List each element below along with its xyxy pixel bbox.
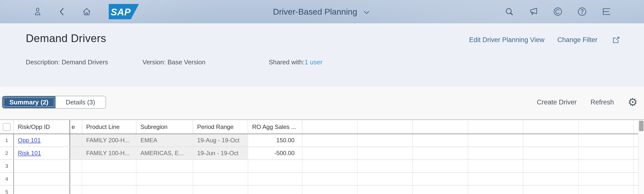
product-line-cell (82, 186, 136, 194)
header-meta-row: Description: Demand Drivers Version: Bas… (0, 58, 644, 68)
column-header-subregion[interactable]: Subregion (136, 120, 193, 134)
toolbar-actions: Create Driver Refresh ⚙ (537, 96, 638, 109)
truncated-cell (70, 173, 82, 185)
truncated-cell (70, 186, 82, 194)
opp-101-link[interactable]: Opp 101 (18, 137, 40, 144)
header-actions: Edit Driver Planning View Change Filter (469, 34, 622, 45)
announcement-icon[interactable] (528, 6, 539, 17)
settings-gear-icon[interactable]: ⚙ (628, 97, 638, 108)
row-number: 5 (0, 186, 14, 194)
product-line-cell: FAMILY 200-H... (82, 134, 136, 147)
truncated-cell (70, 147, 82, 159)
empty-cells (302, 147, 638, 159)
table-header-row: Risk/Opp ID e Product Line Subregion Per… (0, 120, 638, 134)
truncated-cell (70, 160, 82, 172)
ro-agg-sales-cell[interactable]: -500.00 (248, 147, 302, 159)
empty-cells (302, 134, 638, 147)
period-range-cell: 19-Aug - 19-Oct (193, 134, 248, 147)
chevron-down-icon (362, 8, 371, 17)
risk-opp-id-cell: Risk 101 (14, 147, 70, 159)
row-number: 1 (0, 134, 14, 147)
change-filter-button[interactable]: Change Filter (557, 36, 598, 44)
help-icon[interactable] (577, 6, 588, 17)
shell-bar: SAP Driver-Based Planning (0, 0, 644, 23)
risk-101-link[interactable]: Risk 101 (18, 150, 41, 157)
shared-with-group: Shared with:1 user (269, 58, 322, 66)
subregion-cell (136, 160, 193, 172)
vertical-scrollbar[interactable] (638, 120, 644, 194)
column-header-ro-agg-sales[interactable]: RO Agg Sales ... (248, 120, 302, 134)
tab-details[interactable]: Details (3) (56, 96, 106, 108)
back-icon[interactable] (57, 6, 68, 17)
column-header-truncated[interactable]: e (70, 120, 82, 134)
app-title: Driver-Based Planning (273, 7, 357, 16)
column-header-product-line[interactable]: Product Line (82, 120, 136, 134)
empty-cells (302, 160, 638, 172)
subregion-cell (136, 186, 193, 194)
table-row: 2 Risk 101 FAMILY 100-H... AMERICAS, E..… (0, 147, 638, 160)
ro-agg-sales-cell[interactable]: 150.00 (248, 134, 302, 147)
table-row: 5 (0, 186, 638, 194)
share-icon[interactable] (610, 34, 622, 45)
row-number: 4 (0, 173, 14, 185)
risk-opp-id-cell: Opp 101 (14, 134, 70, 147)
column-header-period-range[interactable]: Period Range (193, 120, 248, 134)
tab-summary[interactable]: Summary (2) (2, 96, 56, 108)
shared-with-label: Shared with: (269, 58, 305, 66)
scrollbar-thumb[interactable] (639, 121, 644, 131)
ro-agg-sales-cell[interactable] (248, 173, 302, 185)
home-icon[interactable] (81, 6, 92, 17)
description-text: Description: Demand Drivers (26, 58, 108, 66)
risk-opp-id-cell (14, 186, 70, 194)
version-text: Version: Base Version (142, 58, 205, 66)
copilot-icon[interactable] (552, 6, 563, 17)
svg-text:SAP: SAP (111, 7, 131, 17)
subregion-cell (136, 173, 193, 185)
product-line-cell (82, 160, 136, 172)
empty-cells (302, 186, 638, 194)
period-range-cell (193, 186, 248, 194)
product-line-cell (82, 173, 136, 185)
feed-icon[interactable] (601, 6, 612, 17)
create-driver-button[interactable]: Create Driver (537, 98, 577, 106)
shell-left-group: SAP (32, 0, 139, 23)
risk-opp-id-cell (14, 173, 70, 185)
view-segmented-control: Summary (2) Details (3) (2, 96, 106, 109)
edit-driver-planning-view-button[interactable]: Edit Driver Planning View (469, 36, 544, 44)
empty-cells (302, 173, 638, 185)
refresh-button[interactable]: Refresh (590, 98, 614, 106)
table-row: 4 (0, 173, 638, 186)
table-row: 3 (0, 160, 638, 173)
app-title-dropdown[interactable]: Driver-Based Planning (273, 0, 371, 23)
user-icon[interactable] (32, 6, 43, 17)
planning-table: Risk/Opp ID e Product Line Subregion Per… (0, 120, 644, 194)
period-range-cell: 19-Jun - 19-Oct (193, 147, 248, 159)
ro-agg-sales-cell[interactable] (248, 160, 302, 172)
page-header: Demand Drivers Edit Driver Planning View… (0, 23, 644, 87)
select-all-checkbox[interactable] (3, 123, 11, 131)
select-all-cell (0, 120, 14, 134)
empty-header-columns (302, 120, 638, 134)
search-icon[interactable] (504, 6, 515, 17)
shared-users-link[interactable]: 1 user (305, 58, 322, 66)
subregion-cell: EMEA (136, 134, 193, 147)
period-range-cell (193, 173, 248, 185)
period-range-cell (193, 160, 248, 172)
truncated-cell (70, 134, 82, 147)
product-line-cell: FAMILY 100-H... (82, 147, 136, 159)
shell-right-group (504, 0, 612, 23)
subregion-cell: AMERICAS, E... (136, 147, 193, 159)
row-number: 2 (0, 147, 14, 159)
column-header-risk-opp-id[interactable]: Risk/Opp ID (14, 120, 70, 134)
page-title: Demand Drivers (26, 32, 106, 44)
row-number: 3 (0, 160, 14, 172)
table-toolbar: Summary (2) Details (3) Create Driver Re… (0, 87, 644, 119)
ro-agg-sales-cell[interactable] (248, 186, 302, 194)
driver-based-planning-screen: SAP Driver-Based Planning (0, 0, 644, 194)
risk-opp-id-cell (14, 160, 70, 172)
table-row: 1 Opp 101 FAMILY 200-H... EMEA 19-Aug - … (0, 134, 638, 147)
sap-logo[interactable]: SAP (109, 4, 139, 19)
